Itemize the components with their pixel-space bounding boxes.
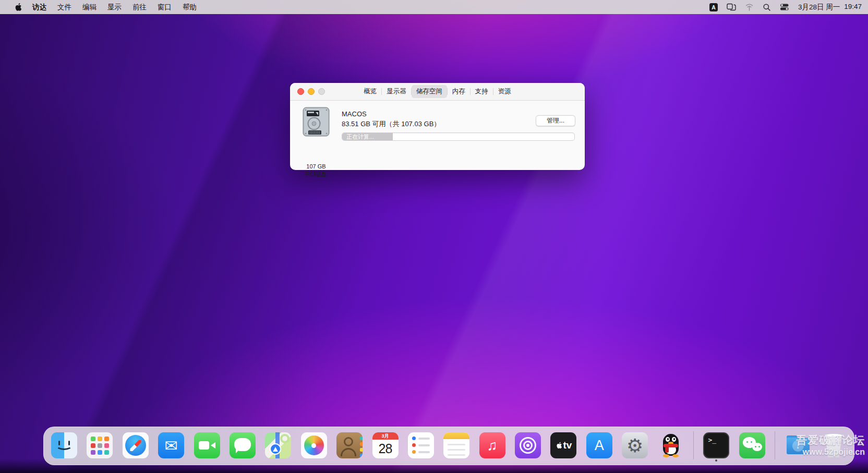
apple-menu-icon[interactable]	[14, 3, 21, 11]
antenna-icon[interactable]	[745, 3, 754, 11]
appstore-a-icon: A	[595, 438, 604, 454]
menu-bar-clock[interactable]: 3月28日 周一 19:47	[798, 3, 862, 12]
volume-availability: 83.51 GB 可用（共 107.03 GB）	[342, 119, 440, 129]
terminal-prompt-icon: >_	[708, 436, 716, 444]
dock-messages[interactable]	[230, 432, 256, 458]
storage-pane: 107 GB PCI磁盘 MACOS 83.51 GB 可用（共 107.03 …	[290, 101, 585, 169]
dock-podcasts[interactable]	[515, 432, 541, 458]
menu-file[interactable]: 文件	[57, 3, 71, 12]
qq-penguin-icon	[663, 454, 669, 457]
dock-launchpad[interactable]	[87, 432, 113, 458]
storage-usage-bar: 正在计算...	[342, 132, 575, 141]
dock-finder[interactable]	[51, 432, 77, 458]
menu-bar: 访达 文件 编辑 显示 前往 窗口 帮助 A	[0, 0, 868, 14]
storage-calculating-segment: 正在计算...	[342, 133, 393, 140]
video-camera-icon	[211, 442, 215, 448]
dock-qq[interactable]	[658, 432, 684, 458]
contact-tabs	[360, 436, 363, 457]
input-method-icon[interactable]: A	[709, 3, 718, 11]
dock-maps[interactable]	[265, 432, 291, 458]
traffic-lights	[297, 88, 325, 95]
compass-icon	[125, 435, 146, 456]
volume-name: MACOS	[342, 110, 367, 118]
desktop: 访达 文件 编辑 显示 前往 窗口 帮助 A	[0, 0, 868, 473]
qq-penguin-icon	[665, 446, 669, 453]
dock-calendar[interactable]: 3月 28	[372, 432, 399, 458]
wechat-bubbles-icon	[752, 443, 762, 451]
zoom-button-disabled	[318, 88, 325, 95]
podcasts-rings-icon	[520, 437, 536, 454]
hard-disk-icon	[303, 107, 330, 139]
notes-header	[443, 432, 469, 440]
dock-separator	[775, 431, 775, 459]
menu-window[interactable]: 窗口	[158, 3, 172, 12]
about-this-mac-window: 概览 显示器 储存空间 内存 支持 资源	[290, 83, 585, 170]
wechat-bubbles-icon	[755, 446, 756, 447]
menu-view[interactable]: 显示	[107, 3, 122, 12]
watermark: 吾爱破解论坛 www.52pojie.cn	[796, 433, 865, 457]
qq-penguin-icon	[667, 438, 669, 440]
dock-facetime[interactable]	[194, 432, 220, 458]
menu-help[interactable]: 帮助	[183, 3, 197, 12]
dock-system-preferences[interactable]: ⚙	[622, 432, 648, 458]
menu-edit[interactable]: 编辑	[82, 3, 97, 12]
tab-storage[interactable]: 储存空间	[412, 85, 447, 98]
dock: ✉ 3月 28	[43, 427, 854, 465]
dock-reminders[interactable]	[408, 432, 434, 458]
disk-type-label: PCI磁盘	[290, 171, 342, 178]
gear-icon: ⚙	[626, 435, 643, 456]
person-icon	[344, 437, 353, 446]
menu-go[interactable]: 前往	[132, 3, 147, 12]
disk-size-label: 107 GB	[290, 163, 342, 169]
dock-wechat[interactable]	[739, 432, 765, 458]
time-label: 19:47	[844, 3, 862, 12]
control-center-icon[interactable]	[780, 3, 789, 11]
finder-face	[56, 441, 73, 450]
watermark-line2: www.52pojie.cn	[796, 447, 865, 457]
video-camera-icon	[199, 441, 209, 450]
watermark-line1: 吾爱破解论坛	[796, 433, 865, 447]
minimize-button[interactable]	[308, 88, 315, 95]
dock-mail[interactable]: ✉	[158, 432, 184, 458]
wechat-bubbles-icon	[746, 441, 748, 443]
tab-resources[interactable]: 资源	[493, 85, 516, 98]
photos-flower-icon	[311, 443, 316, 448]
menu-app-name[interactable]: 访达	[32, 3, 46, 12]
window-titlebar[interactable]: 概览 显示器 储存空间 内存 支持 资源	[290, 83, 585, 101]
dock-app-store[interactable]: A	[586, 432, 612, 458]
manage-button[interactable]: 管理...	[536, 115, 575, 126]
map-roundabout	[280, 434, 290, 443]
apple-logo-icon	[556, 442, 562, 449]
wallpaper-shadow	[0, 0, 868, 473]
qq-penguin-icon	[673, 438, 675, 440]
tv-label: tv	[563, 440, 572, 451]
person-icon	[341, 448, 356, 456]
wechat-bubbles-icon	[758, 446, 760, 447]
dock-terminal[interactable]: >_	[703, 432, 729, 458]
calendar-day: 28	[372, 440, 399, 457]
date-label: 3月28日 周一	[798, 3, 840, 12]
calendar-month: 3月	[372, 432, 399, 440]
dock-contacts[interactable]	[336, 432, 363, 458]
dock-notes[interactable]	[443, 432, 469, 458]
about-tabs: 概览 显示器 储存空间 内存 支持 资源	[359, 85, 516, 98]
music-note-icon: ♫	[487, 438, 498, 454]
tab-displays[interactable]: 显示器	[382, 85, 411, 98]
close-button[interactable]	[297, 88, 304, 95]
dock-safari[interactable]	[123, 432, 149, 458]
tab-memory[interactable]: 内存	[448, 85, 470, 98]
chat-bubble-icon	[236, 450, 239, 453]
tab-support[interactable]: 支持	[471, 85, 493, 98]
dock-separator	[693, 431, 694, 459]
dock-tv[interactable]: tv	[550, 432, 576, 458]
tab-overview[interactable]: 概览	[359, 85, 381, 98]
spotlight-search-icon[interactable]	[763, 3, 771, 11]
dock-photos[interactable]	[301, 432, 327, 458]
envelope-icon: ✉	[165, 436, 178, 455]
stage-manager-icon[interactable]	[727, 3, 736, 11]
wechat-bubbles-icon	[751, 441, 752, 443]
dock-music[interactable]: ♫	[479, 432, 505, 458]
qq-penguin-icon	[672, 454, 679, 457]
